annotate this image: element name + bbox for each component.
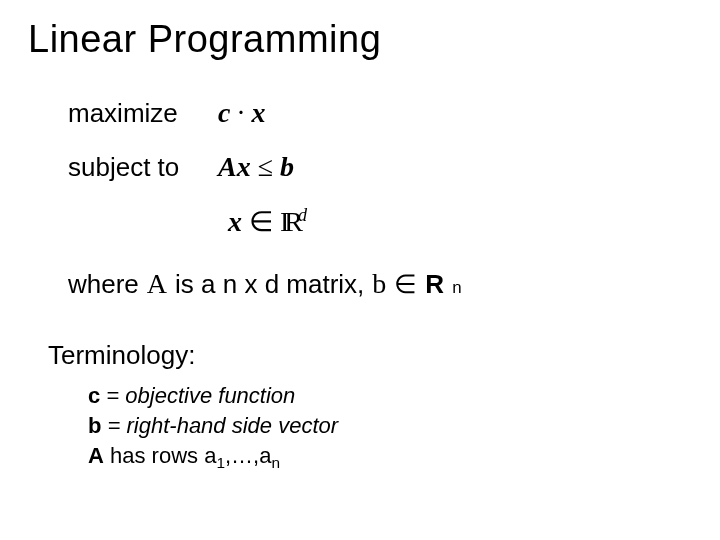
domain-expression: x ∈ IRd [228,205,307,238]
symbol-A: A [147,268,167,300]
subject-to-row: subject to Ax ≤ b [68,151,692,183]
term-A-sym: A [88,443,104,468]
term-line-b: b = right-hand side vector [88,411,692,441]
maximize-row: maximize c · x [68,97,692,129]
domain-row: x ∈ IRd [228,205,692,238]
leq-operator: ≤ [251,151,280,182]
where-label: where [68,269,139,300]
slide: Linear Programming maximize c · x subjec… [0,0,720,540]
term-b-def: = right-hand side vector [101,413,338,438]
terminology-body: c = objective function b = right-hand si… [88,381,692,474]
real-R: R [425,269,444,300]
subject-to-label: subject to [68,152,218,183]
symbol-b2: b [372,268,386,300]
terminology-heading: Terminology: [48,340,692,371]
term-line-A: A has rows a1,…,an [88,441,692,474]
maximize-expression: c · x [218,97,265,129]
where-row: where A is a n x d matrix, b∈Rn [68,268,692,300]
sub-1: 1 [216,454,225,471]
in-operator-2: ∈ [394,269,417,300]
symbol-b: b [280,151,294,182]
constraint-expression: Ax ≤ b [218,151,294,183]
term-line-c: c = objective function [88,381,692,411]
exponent-d: d [298,205,307,225]
term-dots: ,…,a [225,443,271,468]
term-c-sym: c [88,383,100,408]
term-A-has: has rows a [104,443,217,468]
maximize-label: maximize [68,98,218,129]
exponent-n: n [452,278,461,298]
slide-title: Linear Programming [28,18,692,61]
term-b-sym: b [88,413,101,438]
in-operator: ∈ [242,206,280,237]
symbol-Ax: Ax [218,151,251,182]
real-symbol: IR [280,206,298,237]
sub-n: n [271,454,280,471]
symbol-x: x [251,97,265,128]
term-c-def: = objective function [100,383,295,408]
symbol-x2: x [228,206,242,237]
where-text: is a n x d matrix, [175,269,364,300]
symbol-c: c [218,97,230,128]
dot-operator: · [230,97,251,128]
